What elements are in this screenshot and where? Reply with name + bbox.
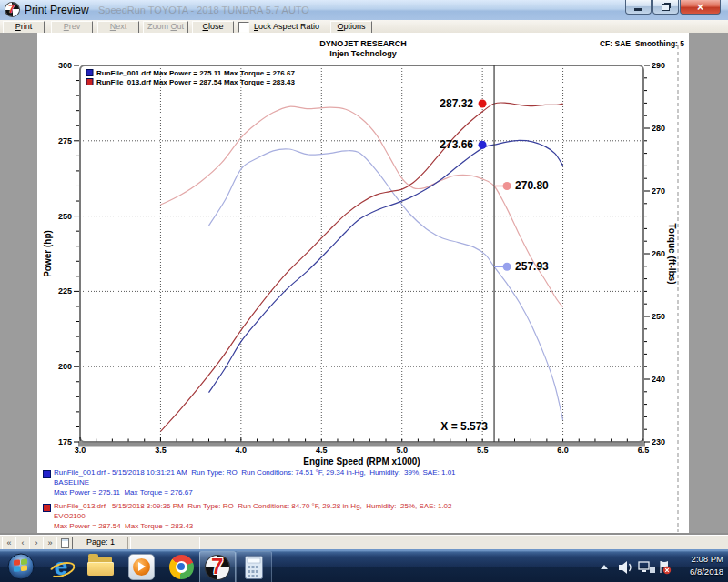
legend-file-power: RunFile_013.drf Max Power = 287.54 <box>96 78 222 86</box>
chrome-icon <box>169 555 194 579</box>
restore-icon <box>662 4 670 11</box>
calculator-icon <box>245 556 263 579</box>
run1-max-line: Max Power = 275.11 Max Torque = 276.67 <box>54 488 193 497</box>
taskbar-item-windows-explorer[interactable] <box>84 551 118 582</box>
restore-button[interactable] <box>652 0 679 15</box>
taskbar-item-internet-explorer[interactable]: e <box>44 551 78 582</box>
cursor-x-label: X = 5.573 <box>440 420 488 433</box>
system-tray <box>597 559 672 576</box>
close-preview-button[interactable]: Close <box>192 21 234 34</box>
close-window-button[interactable]: × <box>680 0 721 15</box>
correction-smoothing-note: CF: SAE Smoothing: 5 <box>600 39 684 48</box>
y-right-tick-label: 270 <box>652 186 665 196</box>
x-tick-label: 5.0 <box>396 446 408 455</box>
taskbar-item-media-player[interactable] <box>124 551 158 582</box>
print-button[interactable]: Print <box>3 21 45 34</box>
marker-value-label: 257.93 <box>515 260 549 273</box>
volume-icon[interactable] <box>619 561 631 574</box>
y-left-tick-label: 250 <box>58 212 72 221</box>
status-divider <box>197 537 200 549</box>
status-bar: « ‹ › » Page: 1 <box>0 535 728 550</box>
page-indicator: Page: 1 <box>86 537 115 547</box>
minimize-button[interactable] <box>625 0 652 15</box>
run1-name-line: BASELINE <box>54 478 89 487</box>
series-runfile_001-torque <box>208 149 562 420</box>
preview-area: 3.03.54.04.55.05.56.06.53002752502252001… <box>0 33 728 535</box>
run2-name-line: EVO2100 <box>54 512 86 521</box>
status-divider <box>127 537 131 549</box>
next-button[interactable]: Next <box>97 21 139 34</box>
zoom-out-button[interactable]: Zoom Out <box>143 21 188 34</box>
y-left-axis-title: Power (hp) <box>43 230 53 277</box>
y-left-tick-label: 275 <box>58 136 72 146</box>
legend-swatch <box>86 79 93 85</box>
run1-info-line: RunFile_001.drf - 5/15/2018 10:31:21 AM … <box>54 468 456 477</box>
marker-value-label: 273.66 <box>440 138 473 151</box>
network-icon[interactable] <box>639 562 655 573</box>
clock-time: 2:08 PM <box>690 553 723 566</box>
taskbar-item-dynojet-active[interactable]: 7 <box>199 551 236 582</box>
run-color-swatch <box>43 504 51 512</box>
dynojet-winpep-icon: 7 <box>206 556 229 579</box>
chart-subtitle: Injen Technology <box>329 49 396 58</box>
y-left-tick-label: 175 <box>58 437 72 447</box>
plot-frame <box>80 65 643 442</box>
folder-icon <box>87 557 115 577</box>
ghost-window-title: SpeedRun TOYOTA - 2018 TUNDRA 5.7 AUTO <box>98 5 309 15</box>
options-button[interactable]: Options <box>330 21 372 34</box>
y-left-tick-label: 225 <box>58 286 72 296</box>
next-page-button[interactable]: › <box>29 537 44 550</box>
legend-torque: Max Torque = 283.43 <box>224 78 295 86</box>
marker-dot <box>479 141 487 149</box>
first-page-button[interactable]: « <box>2 537 16 550</box>
y-right-tick-label: 260 <box>652 249 665 258</box>
y-left-tick-label: 300 <box>58 61 72 70</box>
x-tick-label: 6.0 <box>557 446 569 455</box>
dyno-chart[interactable]: 3.03.54.04.55.05.56.06.53002752502252001… <box>0 33 728 535</box>
close-icon: × <box>697 1 703 14</box>
x-axis-title: Engine Speed (RPM x1000) <box>303 457 420 467</box>
taskbar-clock[interactable]: 2:08 PM 6/8/2018 <box>690 553 723 578</box>
taskbar: e 7 <box>0 549 728 582</box>
document-icon <box>61 538 69 548</box>
windows-orb-icon <box>6 552 35 581</box>
marker-dot <box>503 182 511 190</box>
print-preview-toolbar: Print Prev Next Zoom Out Close Lock Aspe… <box>0 20 728 34</box>
title-bar: 7 Print Preview SpeedRun TOYOTA - 2018 T… <box>0 0 728 21</box>
x-tick-label: 3.0 <box>75 446 86 455</box>
y-right-tick-label: 280 <box>652 124 665 133</box>
page-layout-button[interactable] <box>56 537 73 550</box>
marker-dot <box>503 263 511 271</box>
taskbar-item-chrome[interactable] <box>164 551 198 582</box>
clock-date: 6/8/2018 <box>690 566 723 578</box>
chart-title: DYNOJET RESEARCH <box>319 39 407 48</box>
x-tick-label: 5.5 <box>477 446 489 455</box>
window-title: Print Preview <box>25 4 89 16</box>
tray-expand-icon[interactable] <box>601 565 608 569</box>
marker-value-label: 287.32 <box>440 97 473 110</box>
marker-value-label: 270.80 <box>515 179 549 192</box>
desktop: 7 Print Preview SpeedRun TOYOTA - 2018 T… <box>0 0 728 582</box>
lock-aspect-checkbox[interactable] <box>238 22 249 33</box>
minimize-icon <box>634 8 642 11</box>
last-page-button[interactable]: » <box>43 537 57 550</box>
prev-page-button[interactable]: ‹ <box>15 537 30 550</box>
y-right-tick-label: 290 <box>652 61 665 70</box>
marker-dot <box>479 99 487 107</box>
legend-torque: Max Torque = 276.67 <box>224 69 295 77</box>
y-right-tick-label: 240 <box>652 375 665 384</box>
dynojet-app-icon: 7 <box>5 3 19 16</box>
start-button[interactable] <box>4 551 38 582</box>
x-tick-label: 3.5 <box>155 446 167 455</box>
prev-button[interactable]: Prev <box>51 21 93 34</box>
taskbar-item-calculator[interactable] <box>236 551 272 582</box>
run2-info-line: RunFile_013.drf - 5/15/2018 3:09:36 PM R… <box>54 502 452 511</box>
legend-swatch <box>86 70 93 76</box>
media-player-icon <box>128 554 155 580</box>
action-center-flag-icon[interactable] <box>661 561 671 574</box>
y-right-axis-title: Torque (ft-lbs) <box>667 223 677 284</box>
x-tick-label: 4.5 <box>316 446 328 455</box>
y-left-tick-label: 200 <box>58 362 72 371</box>
y-right-tick-label: 230 <box>652 437 665 447</box>
run2-max-line: Max Power = 287.54 Max Torque = 283.43 <box>54 522 193 531</box>
